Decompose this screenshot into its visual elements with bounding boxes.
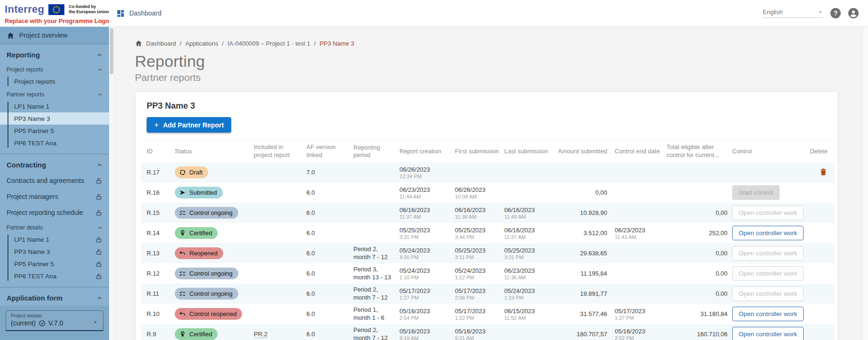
table-row-r15[interactable]: R.15 Control ongoing 6.0 06/16/202311:37…: [141, 203, 834, 223]
included-project-report-link[interactable]: PR.2: [254, 331, 267, 338]
status-badge-reopened: Reopened: [175, 247, 223, 259]
sidebar-item-detail-lp1-name-1[interactable]: LP1 Name 1: [0, 233, 109, 245]
report-creation: 06/16/202311:37 AM: [399, 206, 455, 220]
sidebar-item-project-reports[interactable]: Project reports: [0, 75, 109, 87]
user-profile-icon[interactable]: [848, 8, 859, 18]
home-icon: [135, 40, 142, 47]
table-row-r9[interactable]: R.9 Certified PR.2 6.0 Period 2,month 7 …: [141, 324, 834, 340]
af-version: 6.0: [306, 331, 353, 338]
lock-open-icon: [95, 209, 102, 216]
page-scrollbar[interactable]: [862, 27, 868, 340]
sidebar-group-partner-details[interactable]: Partner details: [0, 221, 109, 232]
col-header-af-version: AF version linked: [306, 143, 353, 159]
nav-dashboard[interactable]: Dashboard: [116, 9, 162, 18]
language-select[interactable]: English: [763, 8, 823, 18]
table-header-row: ID Status Included in project report AF …: [141, 141, 834, 162]
report-id: R.10: [141, 310, 175, 317]
sidebar-section-reporting-header[interactable]: Reporting: [0, 46, 109, 63]
open-controller-work-button[interactable]: Open controller work: [732, 307, 804, 321]
breadcrumb-applications[interactable]: Applications: [185, 40, 218, 47]
sidebar-item-project-overview[interactable]: Project overview: [0, 27, 109, 44]
table-row-r13[interactable]: R.13 Reopened 6.0 Period 2,month 7 - 12 …: [141, 243, 834, 263]
table-row-r10[interactable]: R.10 Control reopened 6.0 Period 1,month…: [141, 304, 834, 324]
sidebar-group-partner-reports[interactable]: Partner reports: [0, 87, 109, 99]
breadcrumb-separator: /: [314, 40, 316, 47]
sidebar-item-project-reporting-schedule[interactable]: Project reporting schedule: [0, 205, 109, 221]
open-controller-work-button: Open controller work: [732, 286, 804, 301]
table-row-r17[interactable]: R.17 Draft 7.0 06/26/202312:34 PM: [141, 162, 834, 182]
sidebar-group-project-reports[interactable]: Project reports: [0, 63, 109, 74]
sidebar-item-contracts-and-agreements[interactable]: Contracts and agreements: [0, 173, 109, 189]
open-controller-work-button: Open controller work: [732, 206, 804, 220]
sidebar-item-detail-pp3-name-3[interactable]: PP3 Name 3: [0, 245, 109, 258]
sidebar-item-detail-pp6-test-ana[interactable]: PP6 TEST Ana: [0, 270, 109, 282]
check-circle-icon: [39, 320, 46, 327]
sidebar-section-contracting-header[interactable]: Contracting: [0, 156, 109, 173]
lock-open-icon: [95, 248, 102, 255]
sidebar-section-application-form-header[interactable]: Application form: [0, 289, 109, 306]
partner-reports-table: ID Status Included in project report AF …: [141, 140, 834, 340]
scrollbar-thumb[interactable]: [110, 28, 113, 74]
total-eligible: 0,00: [666, 270, 732, 277]
add-partner-report-button[interactable]: + Add Partner Report: [147, 117, 231, 133]
last-submission: [504, 192, 554, 193]
sidebar-item-detail-pp5-partner-5[interactable]: PP5 Partner 5: [0, 258, 109, 270]
table-row-r11[interactable]: R.11 Control ongoing 6.0 Period 2,month …: [141, 284, 834, 304]
last-submission: 06/15/202311:52 AM: [504, 308, 554, 321]
help-icon[interactable]: ?: [830, 8, 841, 18]
open-controller-work-button[interactable]: Open controller work: [732, 327, 804, 340]
project-version-select[interactable]: Project version (current) V.7.0: [6, 310, 103, 331]
table-row-r12[interactable]: R.12 Control ongoing 6.0 Period 3,month …: [141, 263, 834, 284]
sidebar-item-pp3-name-3[interactable]: PP3 Name 3: [0, 112, 109, 125]
col-header-delete: Delete: [810, 148, 834, 156]
sidebar-item-pp5-partner-5[interactable]: PP5 Partner 5: [0, 125, 109, 137]
checklist-status-icon: [179, 290, 186, 297]
status-badge-control-ongoing: Control ongoing: [175, 268, 238, 279]
table-row-r14[interactable]: R.14 Certified 6.0 05/25/20233:31 PM 05/…: [141, 223, 834, 243]
page-subtitle: Partner reports: [135, 71, 868, 84]
language-selected-value: English: [763, 8, 783, 16]
open-controller-work-button[interactable]: Open controller work: [732, 226, 804, 240]
amount-submitted: 29.638,65: [554, 250, 615, 257]
sidebar-item-lp1-name-1[interactable]: LP1 Name 1: [0, 100, 109, 112]
af-version: 6.0: [306, 189, 353, 196]
col-header-control: Control: [732, 148, 810, 156]
report-id: R.13: [141, 250, 175, 257]
report-id: R.12: [141, 270, 175, 277]
sidebar-item-label: Project overview: [19, 32, 68, 39]
first-submission: 05/25/20233:11 PM: [455, 247, 504, 260]
table-row-r16[interactable]: R.16 Submitted 6.0 06/23/202311:44 AM 06…: [141, 182, 834, 203]
report-creation: 05/16/20232:54 PM: [399, 308, 455, 321]
person-icon: [848, 8, 859, 18]
lock-open-icon: [95, 236, 102, 243]
control-end-date: [615, 172, 666, 173]
breadcrumb-separator: /: [180, 40, 182, 47]
reporting-period: Period 2,month 7 - 12: [353, 245, 399, 261]
delete-report-button[interactable]: [819, 167, 828, 178]
last-submission: 06/16/202311:37 AM: [504, 227, 554, 240]
report-creation: 06/23/202311:44 AM: [399, 186, 455, 199]
amount-submitted: 31.577,46: [554, 310, 615, 317]
breadcrumb-dashboard[interactable]: Dashboard: [146, 40, 176, 47]
submitted-status-icon: [179, 189, 186, 196]
breadcrumb-project[interactable]: IA-0400009 – Project 1 - test 1: [227, 40, 310, 47]
first-submission: 05/17/20232:06 PM: [455, 287, 504, 300]
sidebar-item-pp6-test-ana[interactable]: PP6 TEST Ana: [0, 137, 109, 149]
sidebar-item-project-managers[interactable]: Project managers: [0, 189, 109, 205]
first-submission: 05/25/20233:44 PM: [455, 227, 504, 240]
af-version: 6.0: [306, 209, 353, 216]
certified-status-icon: [179, 331, 186, 338]
af-version: 7.0: [306, 169, 353, 176]
report-creation: 06/26/202312:34 PM: [399, 166, 455, 179]
checklist-status-icon: [179, 270, 186, 277]
sidebar-scrollbar[interactable]: [109, 27, 114, 340]
amount-submitted: 0,00: [554, 189, 615, 196]
report-id: R.11: [141, 290, 175, 297]
total-eligible: 0,00: [666, 250, 732, 257]
lock-open-icon: [95, 193, 102, 200]
interreg-logo: Interreg: [5, 3, 44, 16]
sidebar: Project overview Reporting Project repor…: [0, 27, 109, 340]
undo-status-icon: [179, 250, 186, 257]
first-submission: 06/26/202310:08 AM: [455, 186, 504, 199]
checklist-status-icon: [179, 209, 186, 216]
